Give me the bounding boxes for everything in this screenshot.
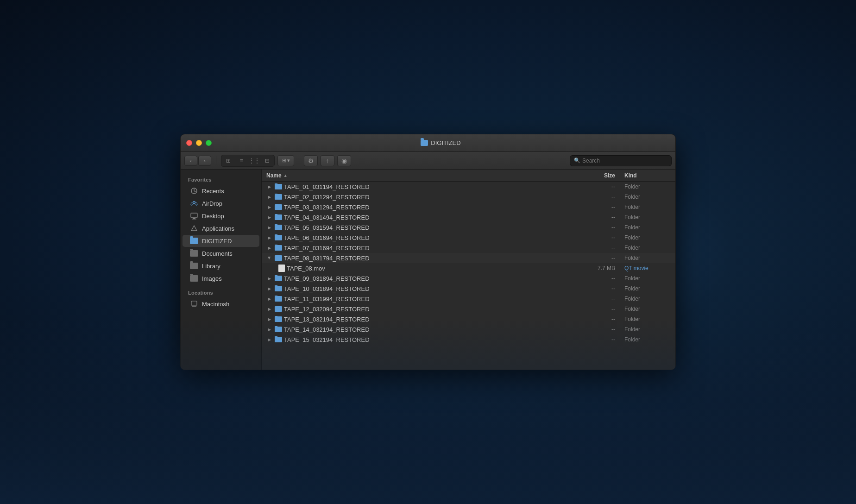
tag-icon: ◉ <box>341 157 347 164</box>
file-kind-cell: Folder <box>615 194 671 200</box>
sidebar-item-recents[interactable]: Recents <box>183 185 259 197</box>
sidebar-item-digitized-label: DIGITIZED <box>202 238 232 245</box>
library-folder-icon <box>190 262 198 270</box>
table-row[interactable]: ▶TAPE_05_031594_RESTORED--Folder <box>262 222 675 233</box>
maximize-button[interactable] <box>206 140 212 146</box>
folder-icon <box>275 337 282 342</box>
table-row[interactable]: ▶TAPE_04_031494_RESTORED--Folder <box>262 212 675 222</box>
expand-button[interactable]: ▶ <box>266 183 273 190</box>
table-row[interactable]: ▶TAPE_13_032194_RESTORED--Folder <box>262 314 675 324</box>
gallery-view-button[interactable]: ⊟ <box>261 156 273 165</box>
sidebar-item-library[interactable]: Library <box>183 260 259 272</box>
sidebar-item-applications-label: Applications <box>202 225 234 232</box>
share-button[interactable]: ↑ <box>321 155 334 166</box>
table-row[interactable]: ▶TAPE_01_031194_RESTORED--Folder <box>262 182 675 192</box>
file-icon <box>278 265 285 272</box>
expand-button[interactable]: ▶ <box>266 214 273 220</box>
share-icon: ↑ <box>326 157 329 164</box>
folder-icon <box>275 327 282 332</box>
sidebar-item-applications[interactable]: Applications <box>183 222 259 234</box>
file-name-cell: ▶TAPE_04_031494_RESTORED <box>266 214 569 221</box>
column-view-button[interactable]: ⋮⋮ <box>248 156 260 165</box>
file-name-text: TAPE_09_031894_RESTORED <box>284 275 370 282</box>
applications-icon <box>190 224 198 233</box>
file-name-cell: ▶TAPE_05_031594_RESTORED <box>266 224 569 231</box>
file-name-cell: ▶TAPE_13_032194_RESTORED <box>266 316 569 323</box>
folder-icon <box>275 316 282 322</box>
documents-folder-icon <box>190 249 198 258</box>
back-button[interactable]: ‹ <box>184 156 197 166</box>
file-name-text: TAPE_03_031294_RESTORED <box>284 204 370 211</box>
svg-rect-7 <box>192 306 196 307</box>
tag-button[interactable]: ◉ <box>337 155 351 166</box>
expand-button[interactable]: ▶ <box>266 234 273 241</box>
list-view-button[interactable]: ≡ <box>235 156 247 165</box>
minimize-button[interactable] <box>196 140 202 146</box>
search-input[interactable] <box>582 158 667 164</box>
nav-buttons: ‹ › <box>184 156 211 166</box>
expand-button[interactable]: ▶ <box>266 224 273 231</box>
file-name-text: TAPE_01_031194_RESTORED <box>284 183 370 190</box>
file-name-cell: ▶TAPE_01_031194_RESTORED <box>266 183 569 190</box>
folder-icon <box>275 225 282 230</box>
forward-button[interactable]: › <box>198 156 211 166</box>
table-row[interactable]: TAPE_08.mov7.7 MBQT movie <box>262 263 675 273</box>
svg-rect-3 <box>193 218 195 219</box>
digitized-folder-icon <box>190 237 198 245</box>
file-name-text: TAPE_10_031894_RESTORED <box>284 285 370 292</box>
table-row[interactable]: ▶TAPE_12_032094_RESTORED--Folder <box>262 304 675 314</box>
group-dropdown-button[interactable]: ⊞ ▾ <box>277 155 294 166</box>
gear-icon: ⚙ <box>308 157 314 164</box>
sidebar-item-documents[interactable]: Documents <box>183 247 259 259</box>
table-row[interactable]: ▶TAPE_02_031294_RESTORED--Folder <box>262 192 675 202</box>
file-name-text: TAPE_08.mov <box>287 265 325 272</box>
title-text: DIGITIZED <box>431 139 460 146</box>
file-name-cell: ▶TAPE_15_032194_RESTORED <box>266 336 569 343</box>
table-row[interactable]: ▶TAPE_08_031794_RESTORED--Folder <box>262 253 675 263</box>
file-name-text: TAPE_15_032194_RESTORED <box>284 336 370 343</box>
close-button[interactable] <box>186 140 192 146</box>
table-row[interactable]: ▶TAPE_14_032194_RESTORED--Folder <box>262 324 675 334</box>
icon-view-button[interactable]: ⊞ <box>222 156 234 165</box>
table-row[interactable]: ▶TAPE_03_031294_RESTORED--Folder <box>262 202 675 212</box>
file-name-cell: ▶TAPE_12_032094_RESTORED <box>266 306 569 313</box>
images-folder-icon <box>190 274 198 283</box>
expand-button[interactable]: ▶ <box>266 245 273 251</box>
column-name-header[interactable]: Name ▲ <box>266 172 569 179</box>
expand-button[interactable]: ▶ <box>266 194 273 200</box>
file-size-cell: -- <box>569 183 615 190</box>
sidebar-item-airdrop[interactable]: AirDrop <box>183 197 259 209</box>
sidebar-item-digitized[interactable]: DIGITIZED <box>183 235 259 247</box>
column-kind-header: Kind <box>615 172 671 179</box>
expand-button[interactable]: ▶ <box>266 336 273 343</box>
icon-view-icon: ⊞ <box>226 158 231 164</box>
file-kind-cell: Folder <box>615 245 671 251</box>
expand-button[interactable]: ▶ <box>266 306 273 312</box>
sidebar-item-recents-label: Recents <box>202 188 224 195</box>
svg-point-1 <box>193 202 195 204</box>
table-row[interactable]: ▶TAPE_15_032194_RESTORED--Folder <box>262 334 675 345</box>
table-row[interactable]: ▶TAPE_06_031694_RESTORED--Folder <box>262 233 675 243</box>
expand-button[interactable]: ▶ <box>266 275 273 282</box>
title-folder-icon <box>421 140 428 146</box>
table-row[interactable]: ▶TAPE_07_031694_RESTORED--Folder <box>262 243 675 253</box>
expand-button[interactable]: ▶ <box>266 285 273 292</box>
file-name-cell: ▶TAPE_11_031994_RESTORED <box>266 296 569 302</box>
search-box[interactable]: 🔍 <box>570 155 672 166</box>
expand-button[interactable]: ▶ <box>266 204 273 210</box>
sidebar-item-images[interactable]: Images <box>183 272 259 284</box>
expand-button[interactable]: ▶ <box>266 326 273 333</box>
expand-button[interactable]: ▶ <box>266 316 273 322</box>
table-row[interactable]: ▶TAPE_10_031894_RESTORED--Folder <box>262 284 675 294</box>
list-view-icon: ≡ <box>239 158 243 164</box>
expand-button[interactable]: ▶ <box>266 296 273 302</box>
sidebar-item-desktop[interactable]: Desktop <box>183 210 259 222</box>
expand-button[interactable]: ▶ <box>266 255 273 261</box>
action-button[interactable]: ⚙ <box>304 155 318 166</box>
sidebar-item-macintosh[interactable]: Macintosh <box>183 298 259 310</box>
file-size-cell: -- <box>569 316 615 322</box>
sidebar-item-documents-label: Documents <box>202 250 233 257</box>
forward-icon: › <box>204 158 206 164</box>
table-row[interactable]: ▶TAPE_09_031894_RESTORED--Folder <box>262 273 675 284</box>
table-row[interactable]: ▶TAPE_11_031994_RESTORED--Folder <box>262 294 675 304</box>
